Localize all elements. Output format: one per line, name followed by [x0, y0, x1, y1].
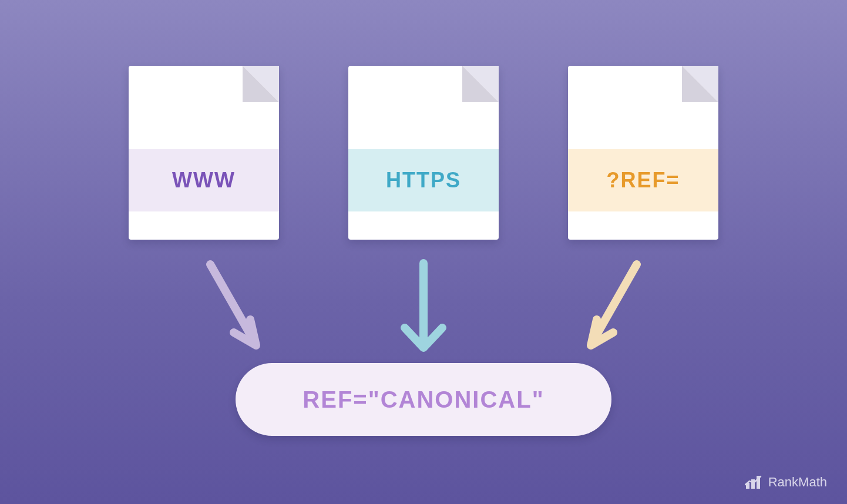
- arrow-right-icon: [572, 258, 654, 358]
- brand-watermark: RankMath: [745, 475, 827, 490]
- doc-card-ref: ?REF=: [568, 66, 718, 240]
- doc-label-https: HTTPS: [348, 149, 499, 211]
- arrow-left-icon: [193, 258, 275, 358]
- brand-name: RankMath: [768, 475, 827, 490]
- documents-row: WWW HTTPS ?REF=: [0, 66, 847, 240]
- svg-rect-1: [751, 479, 755, 489]
- canonical-label: REF="CANONICAL": [302, 387, 544, 413]
- doc-label-ref: ?REF=: [568, 149, 718, 211]
- page-fold-icon: [682, 66, 718, 102]
- page-fold-icon: [462, 66, 499, 102]
- doc-label-www: WWW: [129, 149, 279, 211]
- arrows-row: [0, 258, 847, 358]
- doc-card-https: HTTPS: [348, 66, 499, 240]
- arrow-center-icon: [394, 258, 453, 358]
- doc-card-www: WWW: [129, 66, 279, 240]
- rankmath-logo-icon: [745, 475, 762, 490]
- page-fold-icon: [243, 66, 279, 102]
- canonical-pill: REF="CANONICAL": [236, 363, 611, 436]
